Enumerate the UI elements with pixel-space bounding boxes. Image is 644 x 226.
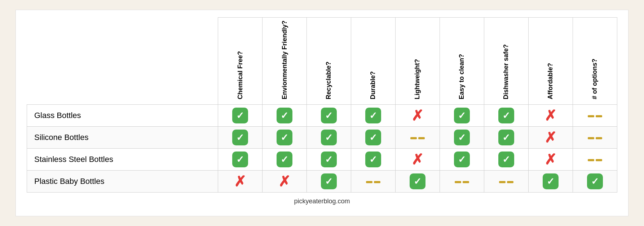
check-icon: ✓ [277,152,292,167]
col-header-label-dishwasher-safe: Dishwasher safe? [502,44,510,99]
x-cell: ✗ [396,105,440,127]
check-icon: ✓ [365,130,381,145]
check-cell: ✓ [307,105,351,127]
col-header-label-options: # of options? [591,59,599,99]
footer-attribution: pickyeaterblog.com [27,198,617,205]
x-cell: ✗ [528,127,573,149]
col-header-dishwasher-safe: Dishwasher safe? [484,17,529,104]
col-header-chemical-free: Chemical Free? [218,17,263,104]
dash-cell [440,171,484,193]
check-cell: ✓ [351,105,396,127]
check-icon: ✓ [454,108,470,123]
dash-icon [366,181,380,183]
table-row: Stainless Steel Bottles✓✓✓✓✗✓✓✗ [27,149,617,171]
check-cell: ✓ [484,149,529,171]
empty-header-cell [27,17,218,104]
check-icon: ✓ [321,173,337,189]
table-row: Glass Bottles✓✓✓✓✗✓✓✗ [27,105,617,127]
col-header-eco-friendly: Envionmentally Friendly? [263,17,307,104]
dash-icon [588,137,602,139]
row-label-0: Glass Bottles [27,105,218,127]
row-label-3: Plastic Baby Bottles [27,171,218,193]
x-cell: ✗ [528,149,573,171]
col-header-label-durable: Durable? [369,71,377,99]
col-header-affordable: Affordable? [528,17,573,104]
col-header-label-affordable: Affordable? [547,63,555,99]
check-cell: ✓ [396,171,440,193]
check-icon: ✓ [232,130,248,145]
check-cell: ✓ [307,149,351,171]
table-row: Silicone Bottles✓✓✓✓✓✓✗ [27,127,617,149]
col-header-easy-clean: Easy to clean? [440,17,484,104]
check-icon: ✓ [543,173,559,189]
check-cell: ✓ [351,127,396,149]
x-cell: ✗ [263,171,307,193]
row-label-2: Stainless Steel Bottles [27,149,218,171]
check-icon: ✓ [498,152,514,167]
check-cell: ✓ [440,105,484,127]
check-cell: ✓ [218,127,263,149]
dash-cell [573,127,617,149]
x-cell: ✗ [396,149,440,171]
check-cell: ✓ [263,149,307,171]
check-cell: ✓ [484,127,529,149]
dash-cell [484,171,529,193]
check-icon: ✓ [410,173,425,189]
check-cell: ✓ [307,127,351,149]
check-cell: ✓ [263,105,307,127]
x-icon: ✗ [411,152,424,167]
col-header-label-eco-friendly: Envionmentally Friendly? [281,21,289,99]
check-icon: ✓ [232,152,248,167]
col-header-options: # of options? [573,17,617,104]
dash-icon [455,181,469,183]
col-header-label-chemical-free: Chemical Free? [237,51,244,99]
col-header-label-easy-clean: Easy to clean? [458,54,466,99]
x-icon: ✗ [544,108,557,123]
x-icon: ✗ [544,152,557,167]
col-header-recyclable: Recyclable? [307,17,351,104]
dash-cell [396,127,440,149]
comparison-table: Chemical Free?Envionmentally Friendly?Re… [27,17,617,193]
x-icon: ✗ [234,174,246,189]
x-cell: ✗ [528,105,573,127]
check-cell: ✓ [440,149,484,171]
dash-cell [573,149,617,171]
check-icon: ✓ [321,130,337,145]
dash-cell [573,105,617,127]
dash-icon [410,137,425,139]
check-icon: ✓ [321,152,337,167]
dash-icon [588,115,602,117]
dash-icon [588,159,602,161]
check-icon: ✓ [365,152,381,167]
check-icon: ✓ [277,108,292,123]
check-icon: ✓ [454,152,470,167]
x-icon: ✗ [544,130,557,145]
x-icon: ✗ [278,174,291,189]
check-cell: ✓ [440,127,484,149]
check-icon: ✓ [321,108,337,123]
check-cell: ✓ [528,171,573,193]
check-cell: ✓ [484,105,529,127]
row-label-1: Silicone Bottles [27,127,218,149]
check-icon: ✓ [498,108,514,123]
x-cell: ✗ [218,171,263,193]
check-icon: ✓ [587,173,603,189]
x-icon: ✗ [411,108,424,123]
dash-icon [499,181,513,183]
check-cell: ✓ [573,171,617,193]
check-cell: ✓ [307,171,351,193]
check-icon: ✓ [365,108,381,123]
comparison-table-wrapper: Chemical Free?Envionmentally Friendly?Re… [16,10,628,216]
col-header-durable: Durable? [351,17,396,104]
check-icon: ✓ [454,130,470,145]
col-header-lightweight: Lightweight? [396,17,440,104]
dash-cell [351,171,396,193]
check-cell: ✓ [351,149,396,171]
table-row: Plastic Baby Bottles✗✗✓✓✓✓ [27,171,617,193]
check-cell: ✓ [218,149,263,171]
check-cell: ✓ [263,127,307,149]
check-cell: ✓ [218,105,263,127]
check-icon: ✓ [277,130,292,145]
col-header-label-recyclable: Recyclable? [325,62,333,99]
check-icon: ✓ [498,130,514,145]
